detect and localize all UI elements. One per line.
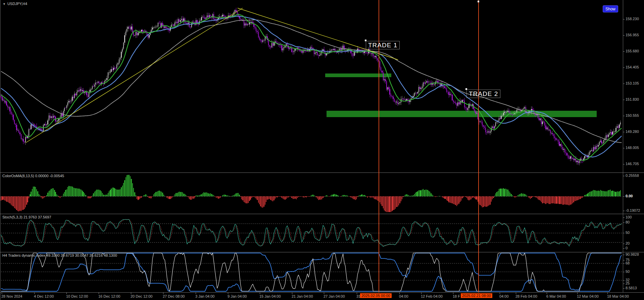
time-axis-highlight: 2025.02.21 08:00 [461,293,492,298]
stoch-scale-label: 0 [626,246,628,250]
scale-tick [623,288,625,289]
trendline-object-1[interactable] [26,8,243,143]
object-anchor-dot [478,1,479,2]
time-axis-tick [131,293,131,294]
osma-indicator-label: ColorOsMA(8,13,5) 0.00000 -0.00545 [2,174,64,178]
time-axis-label: 6 Mar 04:00 [546,294,566,298]
tdi-scale-label: 68 [626,261,630,265]
time-axis-tick [516,293,516,294]
time-axis-label: 12 Mar 04:00 [577,294,599,298]
time-axis-tick [547,293,547,294]
scale-tick [623,84,625,84]
time-axis-tick [453,293,453,294]
time-axis-tick [577,293,578,294]
time-axis-label: 9 Jan 04:00 [228,294,247,298]
time-axis-tick [500,293,500,294]
osma-scale-label: 0.00 [626,194,633,198]
scale-tick [623,272,625,272]
time-axis-tick [66,293,67,294]
trade2-text-object[interactable]: TRADE 2 [466,90,500,98]
time-axis-label: 28 Nov 2024 [1,294,22,298]
scale-tick [623,35,625,36]
time-axis-tick [399,293,400,294]
price-scale-label: 158.230 [626,17,639,21]
scale-tick [623,100,625,100]
price-scale-label: 153.105 [626,82,639,85]
time-axis-tick [196,293,196,294]
scale-tick [623,233,625,233]
time-axis-label: 04:00 [499,294,509,298]
time-axis[interactable]: 28 Nov 20244 Dec 12:0010 Dec 12:0016 Dec… [0,293,644,300]
time-axis-label: 3 Jan 04:00 [195,294,215,298]
time-axis-label: 21 Jan 04:00 [292,294,313,298]
scale-tick [623,244,625,244]
time-axis-tick [292,293,292,294]
zones-layer [325,73,597,117]
scale-tick [623,196,625,197]
scale-tick [623,263,625,264]
time-axis-label: 28 Feb 04:00 [515,294,537,298]
tdi-scale-label: 50 [626,270,630,273]
time-axis-label: 18 Mar 04:00 [607,294,629,298]
stoch-scale-label: 50 [626,231,630,235]
price-scale-label: 156.955 [626,33,639,37]
time-axis-tick [2,293,2,294]
osma-scale-label: -0.19072 [626,209,640,212]
scale-tick [623,19,625,19]
supply-demand-zone-1[interactable] [325,73,391,77]
price-scale-label: 148.005 [626,146,639,150]
scale-tick [623,148,625,148]
price-scale-label: 151.830 [626,98,639,101]
tdi-scale-label: 25 [626,282,630,285]
scale-tick [623,132,625,132]
time-axis-tick [607,293,608,294]
price-scale-label: 155.680 [626,49,639,53]
scale-tick [623,280,625,281]
scale-tick [623,51,625,52]
price-scale-label: 146.705 [626,162,639,166]
time-axis-label: 27 Dec 08:00 [163,294,185,298]
time-axis-tick [421,293,422,294]
time-axis-tick [163,293,163,294]
scale-tick [623,217,625,218]
time-axis-label: 16 Dec 12:00 [98,294,120,298]
pane-divider[interactable] [0,214,644,214]
time-axis-tick [34,293,35,294]
scale-tick [623,176,625,176]
time-axis-label: 10 Dec 12:00 [66,294,88,298]
stoch-lines-layer [1,219,622,247]
scale-tick [623,211,625,211]
scale-tick [623,222,625,223]
time-axis-tick [324,293,324,294]
tdi-lines-layer [1,253,622,291]
pane-divider[interactable] [0,172,644,173]
trade1-text-object[interactable]: TRADE 1 [366,41,400,49]
candle-wicks-layer [1,8,621,165]
scale-tick [623,116,625,116]
scale-tick [623,284,625,284]
symbol-text: USDJPY,H4 [7,2,27,6]
time-axis-label: 27 Jan 04:00 [324,294,345,298]
mt4-chart-window: 158.230156.955155.680154.405153.105151.8… [0,0,644,300]
time-axis-label: 12 Feb 04:00 [421,294,443,298]
vertical-line-object-2[interactable] [478,0,479,292]
pane-divider[interactable] [0,252,644,252]
scale-tick [623,260,625,260]
supply-demand-zone-2[interactable] [327,111,597,117]
time-axis-label: 15 Jan 04:00 [259,294,281,298]
time-axis-label: 4 Dec 12:00 [34,294,54,298]
scale-tick [623,164,625,164]
tdi-indicator-label: H4 Traders dynamic index 49.3390 39.6719… [2,253,117,257]
time-axis-tick [228,293,228,294]
candle-bodies-layer [1,10,621,163]
osma-histogram-layer [1,175,622,212]
price-scale-column[interactable]: 158.230156.955155.680154.405153.105151.8… [623,0,644,293]
stoch-scale-label: 80 [626,220,630,224]
time-axis-highlight: 2025.02.05 00:00 [360,293,392,298]
scale-tick [623,255,625,255]
stoch-scale-label: 20 [626,242,630,245]
scale-tick [623,248,625,249]
show-button[interactable]: Show [603,5,618,12]
chevron-down-icon[interactable]: ▼ [3,2,6,6]
tdi-scale-label: 90.9828 [626,253,639,256]
